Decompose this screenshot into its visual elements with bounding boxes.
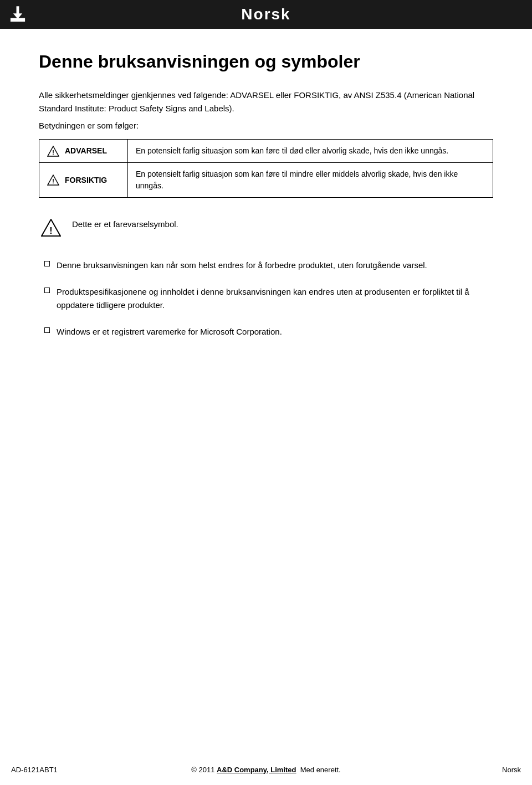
table-row-forsiktig: ! FORSIKTIG En potensielt farlig situasj… xyxy=(39,163,493,198)
advarsel-triangle-icon: ! xyxy=(47,146,59,157)
svg-rect-1 xyxy=(17,6,19,14)
forsiktig-text-cell: En potensielt farlig situasjon som kan f… xyxy=(128,163,493,198)
bullet-square-1 xyxy=(44,288,50,293)
forsiktig-label-cell: ! FORSIKTIG xyxy=(39,163,128,198)
footer-company: A&D Company, Limited xyxy=(217,766,296,774)
header-icon xyxy=(6,2,30,27)
advarsel-text-cell: En potensielt farlig situasjon som kan f… xyxy=(128,140,493,163)
main-content: Denne bruksanvisningen og symboler Alle … xyxy=(0,29,532,385)
list-item-text-0: Denne bruksanvisningen kan når som helst… xyxy=(57,259,427,272)
list-item-text-2: Windows er et registrert varemerke for M… xyxy=(57,325,282,338)
farevarselsymbol-triangle: ! xyxy=(41,219,61,237)
bullet-square-0 xyxy=(44,261,50,266)
advarsel-label: ! ADVARSEL xyxy=(47,145,120,157)
table-row-advarsel: ! ADVARSEL En potensielt farlig situasjo… xyxy=(39,140,493,163)
page-title: Denne bruksanvisningen og symboler xyxy=(39,51,493,72)
bullet-square-2 xyxy=(44,327,50,333)
betekening-label: Betydningen er som følger: xyxy=(39,121,493,130)
list-item-text-1: Produktspesifikasjonene og innholdet i d… xyxy=(57,285,493,312)
footer-left: AD-6121ABT1 xyxy=(11,766,58,774)
footer: AD-6121ABT1 © 2011 A&D Company, Limited … xyxy=(0,766,532,774)
list-item-2: Windows er et registrert varemerke for M… xyxy=(44,325,493,338)
footer-year: © 2011 xyxy=(191,766,214,774)
intro-text-1: Alle sikkerhetsmeldinger gjenkjennes ved… xyxy=(39,89,493,115)
warning-table: ! ADVARSEL En potensielt farlig situasjo… xyxy=(39,139,493,198)
header-title: Norsk xyxy=(241,6,290,23)
svg-text:!: ! xyxy=(49,226,52,235)
download-tray-icon xyxy=(8,4,28,24)
farevarselsymbol-row: ! Dette er et farevarselsymbol. xyxy=(39,218,493,239)
farevarselsymbol-text: Dette er et farevarselsymbol. xyxy=(72,218,178,231)
list-item-1: Produktspesifikasjonene og innholdet i d… xyxy=(44,285,493,312)
forsiktig-triangle-icon: ! xyxy=(47,175,59,186)
advarsel-label-cell: ! ADVARSEL xyxy=(39,140,128,163)
header-bar: Norsk xyxy=(0,0,532,29)
bullet-list: Denne bruksanvisningen kan når som helst… xyxy=(39,259,493,338)
footer-center: © 2011 A&D Company, Limited Med enerett. xyxy=(191,766,340,774)
svg-text:!: ! xyxy=(52,149,54,156)
farevarselsymbol-icon: ! xyxy=(41,219,61,239)
forsiktig-label: ! FORSIKTIG xyxy=(47,175,120,186)
footer-rights: Med enerett. xyxy=(300,766,341,774)
list-item-0: Denne bruksanvisningen kan når som helst… xyxy=(44,259,493,272)
svg-text:!: ! xyxy=(52,178,54,184)
footer-right: Norsk xyxy=(502,766,521,774)
